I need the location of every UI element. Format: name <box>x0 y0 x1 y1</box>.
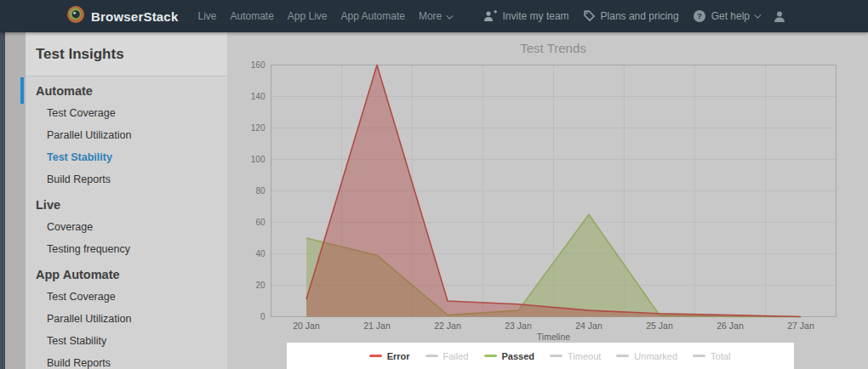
svg-text:21 Jan: 21 Jan <box>363 321 391 331</box>
svg-text:100: 100 <box>251 155 266 164</box>
svg-text:23 Jan: 23 Jan <box>505 321 532 331</box>
sidebar-section-live: Live <box>26 193 227 216</box>
svg-text:60: 60 <box>255 218 266 227</box>
legend-label-unmarked: Unmarked <box>634 351 677 361</box>
svg-text:140: 140 <box>251 92 266 101</box>
svg-text:25 Jan: 25 Jan <box>646 321 673 331</box>
user-account-button[interactable] <box>773 10 791 23</box>
top-navbar: BrowserStack LiveAutomateApp LiveApp Aut… <box>0 0 868 32</box>
svg-text:22 Jan: 22 Jan <box>434 321 461 331</box>
sidebar-item-app-automate-test-stability[interactable]: Test Stability <box>26 330 227 352</box>
sidebar-item-live-testing-frequency[interactable]: Testing frequency <box>26 238 227 260</box>
svg-text:0: 0 <box>260 312 266 321</box>
legend-label-passed: Passed <box>502 351 535 361</box>
nav-link-more[interactable]: More <box>412 10 458 22</box>
legend-label-error: Error <box>387 351 410 361</box>
legend-item-passed[interactable]: Passed <box>484 351 535 361</box>
svg-text:?: ? <box>697 11 702 20</box>
plans-and-pricing-button[interactable]: Plans and pricing <box>583 10 679 22</box>
sidebar-item-automate-test-coverage[interactable]: Test Coverage <box>26 102 227 124</box>
sidebar-header: Test Insights <box>26 32 227 77</box>
sidebar-item-automate-build-reports[interactable]: Build Reports <box>26 168 227 190</box>
sidebar-item-app-automate-test-coverage[interactable]: Test Coverage <box>26 286 227 308</box>
sidebar-item-app-automate-parallel-utilization[interactable]: Parallel Utilization <box>26 308 227 330</box>
get-help-label: Get help <box>711 10 750 22</box>
nav-links: LiveAutomateApp LiveApp Automate <box>191 10 411 22</box>
plans-and-pricing-label: Plans and pricing <box>601 10 679 22</box>
chevron-down-icon <box>754 11 761 18</box>
sidebar: Test Insights AutomateTest CoverageParal… <box>26 32 227 369</box>
invite-team-icon <box>483 10 498 22</box>
legend-swatch-unmarked <box>616 355 629 357</box>
nav-right: Invite my team Plans and pricing ? <box>470 9 791 23</box>
svg-text:27 Jan: 27 Jan <box>787 321 814 331</box>
sidebar-section-automate: Automate <box>26 79 227 102</box>
sidebar-item-live-coverage[interactable]: Coverage <box>26 216 227 238</box>
sidebar-section-app-automate: App Automate <box>26 263 227 286</box>
sidebar-item-automate-parallel-utilization[interactable]: Parallel Utilization <box>26 124 227 146</box>
legend-item-total[interactable]: Total <box>693 351 730 361</box>
legend-swatch-passed <box>484 355 497 357</box>
svg-text:120: 120 <box>251 123 266 133</box>
legend-swatch-error <box>369 355 382 357</box>
svg-text:40: 40 <box>255 249 266 258</box>
invite-my-team-label: Invite my team <box>503 10 569 22</box>
legend-swatch-total <box>693 355 705 357</box>
test-trends-area-chart: 02040608010012014016020 Jan21 Jan22 Jan2… <box>227 32 868 369</box>
main-content: Test Trends 02040608010012014016020 Jan2… <box>227 32 868 369</box>
legend-item-unmarked[interactable]: Unmarked <box>616 351 677 361</box>
svg-text:24 Jan: 24 Jan <box>575 321 602 331</box>
legend-item-timeout[interactable]: Timeout <box>550 351 601 361</box>
svg-text:Timeline: Timeline <box>537 332 570 342</box>
svg-text:26 Jan: 26 Jan <box>717 321 744 331</box>
get-help-menu[interactable]: ? Get help <box>693 9 759 23</box>
nav-link-automate[interactable]: Automate <box>223 10 280 22</box>
help-question-icon: ? <box>693 9 706 23</box>
legend-label-timeout: Timeout <box>568 351 601 361</box>
legend-label-total: Total <box>711 351 730 361</box>
svg-text:20: 20 <box>255 281 266 290</box>
svg-text:160: 160 <box>251 60 266 70</box>
pricing-tag-icon <box>583 10 596 22</box>
legend-label-failed: Failed <box>443 351 469 361</box>
chevron-down-icon <box>446 12 453 19</box>
nav-link-live[interactable]: Live <box>191 10 223 22</box>
brand-name: BrowserStack <box>91 9 178 24</box>
user-icon <box>773 10 786 23</box>
sidebar-item-automate-test-stability[interactable]: Test Stability <box>26 146 227 168</box>
invite-my-team-button[interactable]: Invite my team <box>483 10 569 22</box>
nav-link-app-automate[interactable]: App Automate <box>334 10 412 22</box>
browserstack-logo[interactable]: BrowserStack <box>66 5 178 27</box>
sidebar-item-app-automate-build-reports[interactable]: Build Reports <box>26 352 227 369</box>
browserstack-logo-icon <box>66 5 85 27</box>
nav-link-app-live[interactable]: App Live <box>281 10 334 22</box>
legend-item-failed[interactable]: Failed <box>425 351 469 361</box>
legend-swatch-timeout <box>550 355 562 357</box>
page-title: Test Insights <box>36 46 124 63</box>
chart-legend: ErrorFailedPassedTimeoutUnmarkedTotal <box>287 343 794 369</box>
sidebar-sections: AutomateTest CoverageParallel Utilizatio… <box>26 79 227 369</box>
svg-text:20 Jan: 20 Jan <box>293 321 320 331</box>
legend-item-error[interactable]: Error <box>369 351 410 361</box>
legend-swatch-failed <box>425 355 438 357</box>
page: BrowserStack LiveAutomateApp LiveApp Aut… <box>0 0 868 369</box>
svg-text:80: 80 <box>255 186 266 196</box>
